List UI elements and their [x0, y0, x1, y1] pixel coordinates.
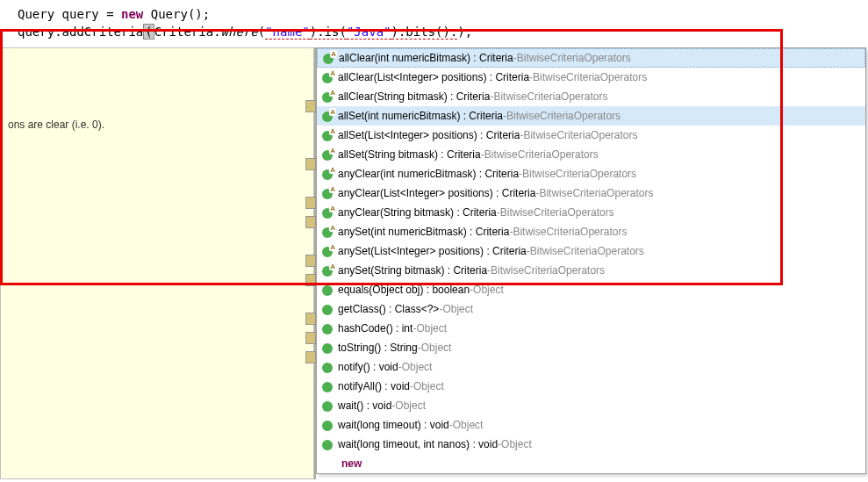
- gutter-marker: [305, 197, 316, 209]
- method-icon: [322, 382, 333, 392]
- gutter-marker: [305, 100, 316, 112]
- completion-declaring-type: BitwiseCriteriaOperators: [539, 187, 653, 199]
- completion-declaring-type: BitwiseCriteriaOperators: [530, 245, 644, 257]
- completion-item[interactable]: anyClear(String bitmask) : Criteria - Bi…: [317, 203, 865, 222]
- completion-declaring-type: BitwiseCriteriaOperators: [506, 110, 621, 122]
- method-icon: [322, 421, 333, 431]
- method-abstract-icon: [322, 169, 333, 180]
- gutter-marker: [305, 216, 316, 228]
- code-line-1[interactable]: Query query = new Query();: [18, 5, 868, 23]
- completion-signature: allClear(int numericBitmask) : Criteria: [339, 52, 513, 64]
- completion-signature: toString() : String: [338, 342, 418, 354]
- completion-declaring-type: Object: [442, 303, 473, 315]
- completion-declaring-type: Object: [421, 342, 452, 354]
- completion-signature: anyClear(int numericBitmask) : Criteria: [338, 168, 519, 180]
- completion-signature: notifyAll() : void: [338, 380, 410, 392]
- code-text: ).bits().: [391, 25, 458, 40]
- string-literal: "name": [265, 25, 310, 40]
- method-icon: [322, 401, 333, 412]
- gutter-marker: [305, 158, 316, 170]
- completion-signature: anyClear(List<Integer> positions) : Crit…: [338, 187, 535, 199]
- completion-signature: anySet(int numericBitmask) : Criteria: [338, 226, 509, 238]
- completion-item[interactable]: anySet(int numericBitmask) : Criteria - …: [317, 222, 865, 241]
- completion-item[interactable]: notifyAll() : void - Object: [317, 377, 865, 396]
- gutter-marker: [305, 274, 316, 286]
- completion-signature: wait() : void: [338, 399, 391, 412]
- code-line-2[interactable]: query.addCriteria(Criteria.where("name")…: [18, 23, 868, 40]
- completion-signature: equals(Object obj) : boolean: [338, 284, 470, 296]
- code-text: );: [457, 25, 472, 39]
- completion-item[interactable]: allSet(int numericBitmask) : Criteria - …: [317, 106, 865, 126]
- completion-item[interactable]: allClear(List<Integer> positions) : Crit…: [317, 68, 865, 87]
- method-icon: [322, 285, 333, 296]
- code-text: query.addCriteria: [18, 25, 143, 39]
- completion-item[interactable]: equals(Object obj) : boolean - Object: [317, 280, 865, 299]
- completion-signature: anySet(String bitmask) : Criteria: [338, 264, 487, 277]
- completion-signature: anyClear(String bitmask) : Criteria: [338, 206, 497, 219]
- completion-item[interactable]: allSet(String bitmask) : Criteria - Bitw…: [317, 145, 865, 164]
- completion-item[interactable]: anySet(String bitmask) : Criteria - Bitw…: [317, 261, 865, 280]
- completion-signature: allSet(List<Integer> positions) : Criter…: [338, 129, 520, 141]
- completion-declaring-type: Object: [416, 322, 447, 335]
- completion-item[interactable]: toString() : String - Object: [317, 338, 865, 357]
- javadoc-text: ons are clear (i.e. 0).: [8, 119, 104, 131]
- code-text: Criteria.: [154, 25, 221, 39]
- completion-signature: wait(long timeout) : void: [338, 419, 449, 431]
- bracket-open: (: [143, 24, 154, 40]
- completion-item[interactable]: allSet(List<Integer> positions) : Criter…: [317, 126, 865, 145]
- completion-item[interactable]: getClass() : Class<?> - Object: [317, 299, 865, 319]
- completion-item[interactable]: notify() : void - Object: [317, 357, 865, 377]
- autocomplete-popup[interactable]: allClear(int numericBitmask) : Criteria …: [316, 47, 866, 474]
- completion-signature: wait(long timeout, int nanos) : void: [338, 438, 498, 450]
- method-abstract-icon: [322, 150, 333, 161]
- string-literal: "Java": [347, 25, 391, 40]
- completion-declaring-type: BitwiseCriteriaOperators: [533, 71, 647, 83]
- completion-signature: allSet(int numericBitmask) : Criteria: [338, 110, 503, 122]
- completion-declaring-type: BitwiseCriteriaOperators: [484, 148, 599, 161]
- method-abstract-icon: [323, 54, 334, 64]
- completion-declaring-type: Object: [402, 361, 433, 373]
- completion-declaring-type: Object: [501, 438, 532, 450]
- code-text: Query();: [143, 7, 210, 21]
- completion-item[interactable]: wait(long timeout) : void - Object: [317, 415, 865, 435]
- completion-item[interactable]: allClear(String bitmask) : Criteria - Bi…: [317, 87, 865, 106]
- completion-item[interactable]: anyClear(int numericBitmask) : Criteria …: [317, 164, 865, 183]
- completion-item[interactable]: wait(long timeout, int nanos) : void - O…: [317, 435, 865, 454]
- completion-item[interactable]: new: [317, 454, 865, 473]
- completion-declaring-type: BitwiseCriteriaOperators: [522, 168, 636, 180]
- gutter-marker: [305, 351, 316, 363]
- code-editor[interactable]: Query query = new Query(); query.addCrit…: [0, 0, 868, 40]
- completion-declaring-type: Object: [395, 399, 426, 412]
- completion-declaring-type: BitwiseCriteriaOperators: [517, 52, 631, 64]
- keyword-new: new: [121, 7, 143, 21]
- completion-signature: notify() : void: [338, 361, 398, 373]
- completion-signature: allClear(List<Integer> positions) : Crit…: [338, 71, 529, 83]
- completion-item[interactable]: anyClear(List<Integer> positions) : Crit…: [317, 183, 865, 203]
- completion-signature: allClear(String bitmask) : Criteria: [338, 90, 490, 103]
- method-icon: [322, 324, 333, 335]
- gutter-marker: [305, 255, 316, 267]
- completion-signature: allSet(String bitmask) : Criteria: [338, 148, 481, 161]
- method-abstract-icon: [322, 189, 333, 199]
- completion-item[interactable]: hashCode() : int - Object: [317, 319, 865, 338]
- method-icon: [322, 343, 333, 354]
- completion-signature: hashCode() : int: [338, 322, 412, 335]
- method-where: where: [221, 25, 258, 39]
- method-icon: [322, 440, 333, 450]
- gutter-marker: [305, 332, 316, 344]
- completion-keyword-new: new: [322, 457, 362, 470]
- completion-item[interactable]: allClear(int numericBitmask) : Criteria …: [317, 48, 865, 68]
- completion-declaring-type: BitwiseCriteriaOperators: [500, 206, 614, 219]
- method-abstract-icon: [322, 208, 333, 219]
- method-icon: [322, 305, 333, 315]
- completion-item[interactable]: wait() : void - Object: [317, 396, 865, 415]
- completion-item[interactable]: anySet(List<Integer> positions) : Criter…: [317, 241, 865, 261]
- completion-signature: getClass() : Class<?>: [338, 303, 439, 315]
- completion-declaring-type: Object: [453, 419, 484, 431]
- completion-declaring-type: BitwiseCriteriaOperators: [513, 226, 627, 238]
- code-text: ).is(: [310, 25, 347, 40]
- javadoc-panel: ons are clear (i.e. 0).: [0, 47, 314, 479]
- method-abstract-icon: [322, 112, 333, 122]
- code-text: Query query =: [18, 7, 121, 21]
- method-abstract-icon: [322, 247, 333, 257]
